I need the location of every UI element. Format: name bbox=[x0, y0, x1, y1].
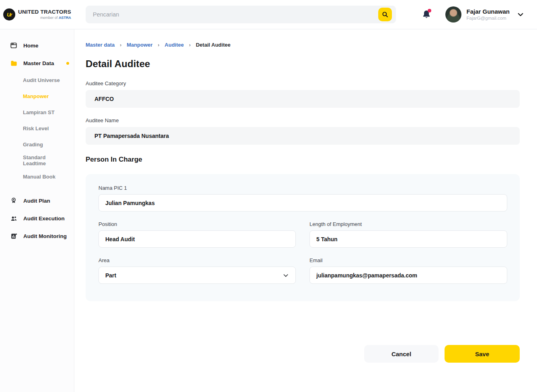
breadcrumb-manpower[interactable]: Manpower bbox=[127, 42, 152, 48]
sidebar-subitem-label: Risk Level bbox=[23, 125, 49, 131]
sidebar-subitem-label: Manual Book bbox=[23, 174, 55, 180]
nama-pic-label: Nama PIC 1 bbox=[98, 185, 507, 191]
breadcrumb: Master data › Manpower › Auditee › Detai… bbox=[86, 42, 520, 48]
sidebar-item-label: Master Data bbox=[23, 60, 54, 66]
form-actions: Cancel Save bbox=[86, 345, 520, 363]
top-header: Ur UNITED TRACTORS member of ASTRA bbox=[0, 0, 537, 29]
sidebar-item-risk-level[interactable]: Risk Level bbox=[0, 120, 74, 136]
sidebar-subitem-label: Standard Leadtime bbox=[23, 154, 69, 166]
sidebar-item-master-data[interactable]: Master Data bbox=[0, 54, 74, 72]
sidebar-subitem-label: Lampiran ST bbox=[23, 109, 55, 115]
auditee-name-value: PT Pamapersada Nusantara bbox=[86, 127, 520, 145]
area-select-value: Part bbox=[105, 272, 116, 279]
astra-text: ASTRA bbox=[59, 16, 71, 20]
sidebar-item-label: Audit Monitoring bbox=[23, 233, 67, 239]
user-menu[interactable]: Fajar Gunawan FajarG@gmail.com bbox=[445, 6, 524, 23]
cancel-button[interactable]: Cancel bbox=[364, 345, 439, 363]
page-title: Detail Auditee bbox=[86, 58, 520, 70]
chevron-down-icon bbox=[283, 272, 289, 279]
member-of-text: member of bbox=[40, 16, 57, 20]
length-of-employment-input[interactable]: 5 Tahun bbox=[309, 230, 507, 248]
person-in-charge-card: Nama PIC 1 Julian Pamungkas Position Hea… bbox=[86, 174, 520, 301]
sidebar-item-manual-book[interactable]: Manual Book bbox=[0, 168, 74, 185]
area-label: Area bbox=[98, 257, 296, 263]
sidebar-item-home[interactable]: Home bbox=[0, 37, 74, 54]
sidebar-item-label: Audit Plan bbox=[23, 198, 50, 204]
email-label: Email bbox=[309, 257, 507, 263]
chevron-down-icon[interactable] bbox=[517, 11, 524, 18]
save-button[interactable]: Save bbox=[445, 345, 520, 363]
breadcrumb-current: Detail Auditee bbox=[196, 42, 230, 48]
sidebar-item-lampiran-st[interactable]: Lampiran ST bbox=[0, 104, 74, 120]
sidebar-subitem-label: Manpower bbox=[23, 93, 49, 99]
search-button[interactable] bbox=[378, 8, 392, 21]
sidebar-item-label: Home bbox=[23, 43, 39, 49]
search-icon bbox=[381, 11, 389, 18]
length-of-employment-label: Length of Employment bbox=[309, 221, 507, 227]
main-content: Master data › Manpower › Auditee › Detai… bbox=[74, 29, 537, 392]
sidebar-item-label: Audit Execution bbox=[23, 215, 65, 222]
person-in-charge-title: Person In Charge bbox=[86, 156, 520, 164]
sidebar-item-audit-monitoring[interactable]: Audit Monitoring bbox=[0, 227, 74, 245]
sidebar-item-audit-plan[interactable]: Audit Plan bbox=[0, 192, 74, 209]
area-select[interactable]: Part bbox=[98, 267, 296, 284]
brand-logo: Ur UNITED TRACTORS member of ASTRA bbox=[0, 8, 74, 21]
user-email: FajarG@gmail.com bbox=[466, 16, 510, 21]
sidebar-item-audit-execution[interactable]: Audit Execution bbox=[0, 209, 74, 227]
position-label: Position bbox=[98, 221, 296, 227]
breadcrumb-separator-icon: › bbox=[158, 42, 160, 48]
brand-subtitle: member of ASTRA bbox=[18, 16, 71, 20]
sidebar-item-standard-leadtime[interactable]: Standard Leadtime bbox=[0, 152, 74, 168]
people-icon bbox=[10, 214, 18, 222]
auditee-name-label: Auditee Name bbox=[86, 117, 520, 123]
email-input[interactable]: julianpamungkas@pamapersada.com bbox=[309, 267, 507, 284]
nama-pic-input[interactable]: Julian Pamungkas bbox=[98, 194, 507, 211]
award-ribbon-icon bbox=[10, 197, 18, 205]
breadcrumb-separator-icon: › bbox=[189, 42, 191, 48]
active-section-dot bbox=[66, 62, 69, 65]
sidebar-item-manpower[interactable]: Manpower bbox=[0, 88, 74, 104]
auditee-category-value: AFFCO bbox=[86, 90, 520, 108]
search-bar bbox=[86, 6, 396, 23]
avatar bbox=[445, 6, 461, 23]
sidebar-item-audit-universe[interactable]: Audit Universe bbox=[0, 72, 74, 88]
brand-name: UNITED TRACTORS bbox=[18, 9, 71, 15]
sidebar-subitem-label: Grading bbox=[23, 142, 43, 148]
sidebar: Home Master Data Audit Universe Manpower… bbox=[0, 29, 74, 392]
breadcrumb-separator-icon: › bbox=[120, 42, 121, 48]
breadcrumb-auditee[interactable]: Auditee bbox=[165, 42, 184, 48]
window-icon bbox=[10, 41, 18, 49]
auditee-category-label: Auditee Category bbox=[86, 80, 520, 86]
position-input[interactable]: Head Audit bbox=[98, 230, 296, 248]
user-name: Fajar Gunawan bbox=[466, 8, 510, 15]
bar-chart-icon bbox=[10, 232, 18, 240]
ut-badge-icon: Ur bbox=[3, 8, 15, 21]
folder-icon bbox=[10, 59, 18, 67]
notifications-button[interactable] bbox=[421, 9, 432, 20]
sidebar-item-grading[interactable]: Grading bbox=[0, 136, 74, 152]
breadcrumb-master-data[interactable]: Master data bbox=[86, 42, 115, 48]
sidebar-subitem-label: Audit Universe bbox=[23, 77, 60, 83]
search-input[interactable] bbox=[86, 6, 396, 23]
